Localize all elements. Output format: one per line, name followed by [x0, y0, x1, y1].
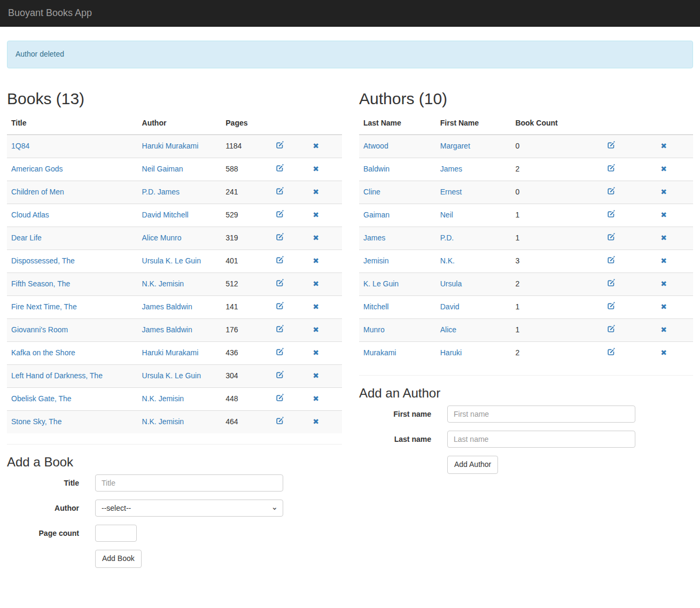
delete-icon[interactable]: ✖ — [660, 234, 667, 241]
edit-icon[interactable] — [276, 370, 284, 379]
book-row-title-link[interactable]: 1Q84 — [11, 142, 29, 150]
book-pagecount-input[interactable] — [95, 525, 137, 542]
author-row-last-name-link[interactable]: Cline — [363, 188, 380, 196]
author-row-last-name-link[interactable]: James — [363, 233, 385, 242]
book-row-author-link[interactable]: N.K. Jemisin — [142, 279, 184, 288]
book-row-title-link[interactable]: Stone Sky, The — [11, 417, 61, 426]
delete-icon[interactable]: ✖ — [313, 303, 319, 310]
edit-icon[interactable] — [607, 163, 615, 172]
delete-icon[interactable]: ✖ — [660, 303, 667, 310]
book-row-title-link[interactable]: Fire Next Time, The — [11, 302, 77, 311]
book-row-title-link[interactable]: Left Hand of Darkness, The — [11, 371, 103, 380]
edit-icon[interactable] — [276, 301, 284, 310]
edit-icon[interactable] — [607, 255, 615, 264]
edit-icon[interactable] — [607, 209, 615, 218]
delete-icon[interactable]: ✖ — [313, 418, 319, 425]
edit-icon[interactable] — [276, 255, 284, 264]
book-row-title-link[interactable]: Fifth Season, The — [11, 279, 70, 288]
edit-icon[interactable] — [276, 141, 284, 149]
book-row-author-link[interactable]: James Baldwin — [142, 325, 192, 334]
author-row-last-name-link[interactable]: Munro — [363, 325, 385, 334]
edit-icon[interactable] — [276, 186, 284, 195]
edit-icon[interactable] — [276, 324, 284, 333]
author-row-first-name-link[interactable]: N.K. — [440, 256, 455, 265]
edit-icon[interactable] — [607, 324, 615, 333]
delete-icon[interactable]: ✖ — [660, 280, 667, 287]
author-row-first-name-link[interactable]: James — [440, 165, 462, 173]
author-row-first-name-link[interactable]: P.D. — [440, 233, 454, 242]
author-row-first-name-link[interactable]: Ursula — [440, 279, 462, 288]
book-row-title-link[interactable]: Cloud Atlas — [11, 211, 49, 219]
edit-icon[interactable] — [276, 393, 284, 402]
delete-icon[interactable]: ✖ — [660, 326, 667, 333]
author-row-first-name-link[interactable]: Alice — [440, 325, 456, 334]
book-row-author-link[interactable]: N.K. Jemisin — [142, 417, 184, 426]
delete-icon[interactable]: ✖ — [313, 395, 319, 402]
edit-icon[interactable] — [607, 278, 615, 287]
author-row-first-name-link[interactable]: Margaret — [440, 142, 470, 150]
edit-icon[interactable] — [607, 347, 615, 356]
delete-icon[interactable]: ✖ — [313, 165, 319, 173]
author-row-last-name-link[interactable]: Murakami — [363, 348, 396, 357]
book-author-select[interactable]: --select-- — [95, 500, 283, 517]
delete-icon[interactable]: ✖ — [660, 211, 667, 219]
author-row-last-name-link[interactable]: Mitchell — [363, 302, 388, 311]
edit-icon[interactable] — [276, 416, 284, 425]
book-row-author-link[interactable]: N.K. Jemisin — [142, 394, 184, 403]
author-row-first-name-link[interactable]: Ernest — [440, 188, 462, 196]
book-row-author-link[interactable]: Ursula K. Le Guin — [142, 371, 201, 380]
author-row-last-name-link[interactable]: Atwood — [363, 142, 388, 150]
delete-icon[interactable]: ✖ — [660, 257, 667, 264]
edit-icon[interactable] — [607, 141, 615, 149]
navbar-brand-link[interactable]: Buoyant Books App — [0, 0, 100, 26]
edit-icon[interactable] — [607, 232, 615, 241]
book-row-author-link[interactable]: Haruki Murakami — [142, 142, 199, 150]
book-title-input[interactable] — [95, 474, 283, 492]
author-row-last-name-link[interactable]: Jemisin — [363, 256, 388, 265]
book-row-title-link[interactable]: Dispossessed, The — [11, 256, 75, 265]
book-row-author-link[interactable]: David Mitchell — [142, 211, 189, 219]
book-row-author-link[interactable]: Haruki Murakami — [142, 348, 199, 357]
delete-icon[interactable]: ✖ — [660, 349, 667, 356]
edit-icon[interactable] — [607, 301, 615, 310]
delete-icon[interactable]: ✖ — [313, 349, 319, 356]
author-row-first-name-link[interactable]: David — [440, 302, 460, 311]
author-firstname-input[interactable] — [447, 406, 635, 423]
author-row-last-name-link[interactable]: K. Le Guin — [363, 279, 399, 288]
author-row-last-name-link[interactable]: Gaiman — [363, 211, 390, 219]
delete-icon[interactable]: ✖ — [313, 188, 319, 196]
edit-icon[interactable] — [276, 209, 284, 218]
delete-icon[interactable]: ✖ — [313, 142, 319, 150]
edit-icon[interactable] — [276, 278, 284, 287]
book-row-title-link[interactable]: Children of Men — [11, 188, 64, 196]
delete-icon[interactable]: ✖ — [660, 165, 667, 173]
add-author-button[interactable]: Add Author — [447, 456, 498, 474]
book-row-author-link[interactable]: James Baldwin — [142, 302, 192, 311]
author-row-first-name-link[interactable]: Haruki — [440, 348, 462, 357]
edit-icon[interactable] — [276, 347, 284, 356]
book-row-title-link[interactable]: American Gods — [11, 165, 63, 173]
edit-icon[interactable] — [276, 232, 284, 241]
book-row-title-link[interactable]: Kafka on the Shore — [11, 348, 75, 357]
delete-icon[interactable]: ✖ — [660, 142, 667, 150]
book-row-author-link[interactable]: Neil Gaiman — [142, 165, 183, 173]
author-lastname-input[interactable] — [447, 431, 635, 448]
add-book-button[interactable]: Add Book — [95, 550, 142, 568]
delete-icon[interactable]: ✖ — [313, 326, 319, 333]
book-row-author-link[interactable]: Alice Munro — [142, 233, 182, 242]
book-row-title-link[interactable]: Obelisk Gate, The — [11, 394, 72, 403]
edit-icon[interactable] — [276, 163, 284, 172]
author-row-first-name-link[interactable]: Neil — [440, 211, 453, 219]
book-row-author-link[interactable]: P.D. James — [142, 188, 180, 196]
delete-icon[interactable]: ✖ — [313, 257, 319, 264]
book-row-author-link[interactable]: Ursula K. Le Guin — [142, 256, 201, 265]
book-row-title-link[interactable]: Dear Life — [11, 233, 42, 242]
delete-icon[interactable]: ✖ — [660, 188, 667, 196]
edit-icon[interactable] — [607, 186, 615, 195]
delete-icon[interactable]: ✖ — [313, 234, 319, 241]
delete-icon[interactable]: ✖ — [313, 372, 319, 379]
book-row-title-link[interactable]: Giovanni's Room — [11, 325, 68, 334]
delete-icon[interactable]: ✖ — [313, 280, 319, 287]
author-row-last-name-link[interactable]: Baldwin — [363, 165, 390, 173]
delete-icon[interactable]: ✖ — [313, 211, 319, 219]
